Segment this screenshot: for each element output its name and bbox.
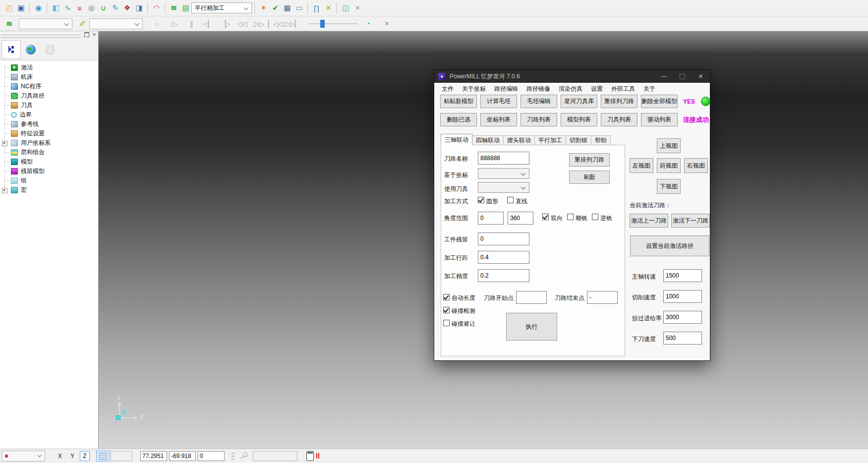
rest-machining-icon[interactable]: ◨ — [133, 2, 145, 14]
step-forward-icon[interactable]: ▕▷ — [219, 18, 231, 30]
points-icon[interactable]: ❖ — [121, 2, 133, 14]
ruler-icon[interactable]: ▭ — [293, 2, 305, 14]
tree-item-tools[interactable]: 刀具 — [0, 101, 98, 110]
refresh-button[interactable]: 刷新 — [569, 171, 610, 184]
edit-stock-button[interactable]: 毛坯编辑 — [521, 95, 557, 108]
use-tool-dropdown[interactable] — [478, 182, 529, 193]
tree-item-levels[interactable]: 层和组合 — [0, 148, 98, 157]
delete-all-models-button[interactable]: 删除全部模型 — [641, 95, 678, 108]
activate-prev-button[interactable]: 激活上一刀路 — [630, 214, 668, 228]
tolerance-input[interactable] — [478, 269, 529, 282]
rearrange-toolpaths-button[interactable]: 重排列刀路 — [601, 95, 637, 108]
axis-y-toggle[interactable]: Y — [67, 451, 77, 461]
panel-grip[interactable]: ✕ — [0, 31, 98, 39]
rearrange-button[interactable]: 重排列刀路 — [569, 153, 610, 167]
tab-3axis[interactable]: 三轴联动 — [441, 134, 472, 145]
strategy-dropdown[interactable]: 平行精加工 — [191, 2, 252, 13]
block-icon[interactable]: ◧ — [50, 2, 61, 14]
rapid-feed-input[interactable] — [663, 311, 702, 324]
coordinate-y-field[interactable]: -69.918 — [169, 451, 196, 461]
snap-field[interactable] — [111, 451, 132, 461]
menu-external-tools[interactable]: 外部工具 — [609, 84, 637, 94]
plunge-speed-input[interactable] — [663, 332, 702, 345]
tree-item-toolpaths[interactable]: 刀具路径 — [0, 91, 98, 101]
spindle-speed-input[interactable] — [663, 269, 702, 282]
close-button[interactable]: ✕ — [692, 70, 710, 83]
toolpath-list-button[interactable]: 刀路列表 — [521, 113, 557, 126]
auto-length-checkbox[interactable] — [443, 294, 450, 300]
tree-item-nc-program[interactable]: NC程序 — [0, 82, 98, 91]
arc-tool-icon[interactable]: ◠ — [150, 2, 162, 14]
menu-render-sim[interactable]: 渲染仿真 — [557, 84, 584, 94]
tree-item-macro[interactable]: 宏 — [0, 185, 98, 195]
tab-explorer-tree[interactable] — [1, 40, 21, 59]
axis-x-toggle[interactable]: X — [55, 451, 65, 461]
minimize-button[interactable]: — — [655, 70, 673, 83]
toolpath-spring-icon[interactable]: ≋ — [168, 2, 179, 14]
close-sim-icon[interactable]: ✕ — [381, 18, 393, 30]
view-bottom-button[interactable]: 下视图 — [657, 179, 681, 194]
conventional-checkbox[interactable] — [592, 214, 598, 220]
expand-icon[interactable] — [2, 141, 7, 146]
set-active-path-button[interactable]: 设置当前激活路径 — [630, 235, 709, 256]
groove-icon[interactable]: ∪ — [97, 2, 109, 14]
bulb-icon[interactable]: ○ — [151, 18, 163, 30]
maximize-button[interactable] — [673, 70, 692, 83]
coord-list-button[interactable]: 坐标列表 — [480, 113, 517, 126]
menu-about[interactable]: 关于 — [641, 84, 657, 94]
transform-icon[interactable]: ✕ — [322, 2, 334, 14]
panel-float-icon[interactable] — [84, 32, 90, 38]
activate-next-button[interactable]: 激活下一刀路 — [671, 214, 710, 228]
go-start-icon[interactable]: ▏◁◁ — [270, 18, 282, 30]
drive-list-button[interactable]: 驱动列表 — [641, 113, 678, 126]
drafting-icon[interactable]: ✎ — [109, 2, 121, 14]
burn-icon[interactable]: ✶ — [257, 2, 269, 14]
ball-tool-icon[interactable]: ◎ — [85, 2, 97, 14]
tool-pair-icon[interactable]: ∏ — [310, 2, 322, 14]
tree-item-stock-model[interactable]: 残留模型 — [0, 167, 98, 176]
database-icon[interactable]: ◫ — [340, 2, 351, 14]
coordinate-z-field[interactable]: 0 — [198, 451, 225, 461]
mode-circle-checkbox[interactable] — [478, 197, 484, 203]
grid-toggle-button[interactable] — [96, 451, 110, 462]
verify-icon[interactable]: ✔ — [269, 2, 281, 14]
toolpath-name-input[interactable] — [478, 152, 529, 165]
play-icon[interactable]: ▷ — [169, 18, 180, 30]
paste-model-button[interactable]: 粘贴新模型 — [440, 95, 477, 108]
climb-checkbox[interactable] — [567, 214, 574, 220]
tab-4axis[interactable]: 四轴联动 — [472, 135, 504, 145]
calc-stock-button[interactable]: 计算毛坯 — [480, 95, 517, 108]
raster-path-icon[interactable]: ∿ — [61, 2, 73, 14]
angle-to-input[interactable] — [508, 212, 533, 225]
strategy-list-icon[interactable]: ▤ — [179, 2, 191, 14]
collision-check-checkbox[interactable] — [443, 307, 450, 313]
tree-item-feature[interactable]: 特征设置 — [0, 129, 98, 138]
tree-item-pattern[interactable]: 参考线 — [0, 119, 98, 129]
tree-item-machine[interactable]: 机床 — [0, 72, 98, 82]
tab-swivel[interactable]: 摆头联动 — [504, 135, 535, 145]
toolpath-dropdown[interactable] — [19, 18, 72, 29]
angle-from-input[interactable] — [478, 212, 504, 225]
collision-avoid-checkbox[interactable] — [443, 320, 450, 326]
tool-dropdown[interactable] — [89, 18, 143, 29]
cutting-speed-input[interactable] — [663, 290, 702, 303]
slider-handle[interactable] — [320, 20, 325, 28]
tree-item-model[interactable]: 模型 — [0, 157, 98, 167]
panel-close-icon[interactable]: ✕ — [91, 32, 97, 38]
view-front-button[interactable]: 前视图 — [657, 158, 681, 173]
tab-parallel[interactable]: 平行加工 — [535, 135, 566, 145]
menu-file[interactable]: 文件 — [440, 84, 456, 94]
rewind-icon[interactable]: ◁◁ — [236, 18, 248, 30]
simulation-speed-slider[interactable] — [308, 19, 358, 28]
go-end-icon[interactable]: ▷▷▏ — [287, 18, 298, 30]
bidirectional-checkbox[interactable] — [542, 214, 549, 220]
model-list-button[interactable]: 模型列表 — [561, 113, 597, 126]
tab-help[interactable]: 帮助 — [591, 135, 611, 145]
base-coord-dropdown[interactable] — [478, 168, 529, 179]
tree-item-activate[interactable]: 激活 — [0, 63, 98, 72]
menu-path-edit[interactable]: 路径编辑 — [492, 84, 520, 94]
view-top-button[interactable]: 上视图 — [657, 138, 681, 153]
status-dropdown[interactable] — [1, 451, 45, 462]
speed-icon[interactable]: ◔ — [362, 18, 374, 30]
pause-icon[interactable]: ∥ — [185, 18, 197, 30]
